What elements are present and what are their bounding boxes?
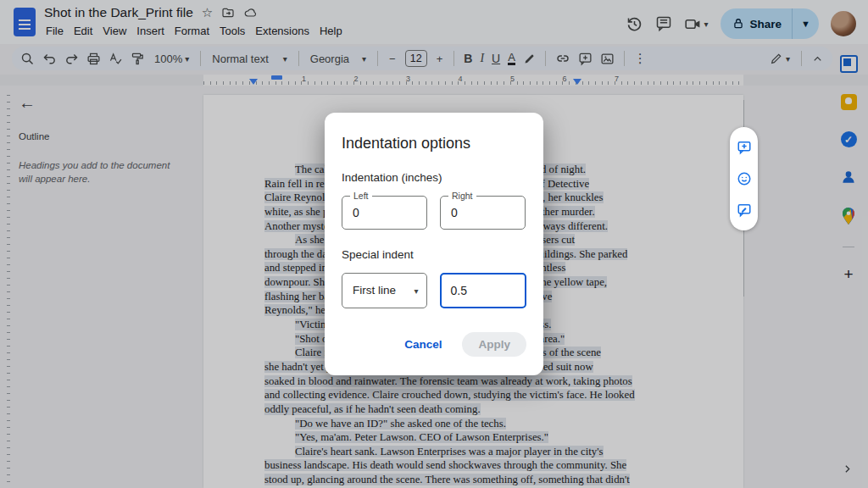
chevron-down-icon: ▾ — [414, 286, 418, 296]
dialog-title: Indentation options — [342, 135, 526, 152]
right-indent-field[interactable]: Right 0 — [440, 196, 526, 230]
floating-actions-pill — [730, 127, 758, 230]
left-field-value: 0 — [353, 206, 359, 219]
apply-button[interactable]: Apply — [462, 332, 526, 357]
special-indent-type-select[interactable]: First line ▾ — [342, 273, 427, 308]
special-indent-type-value: First line — [353, 284, 396, 297]
left-indent-field[interactable]: Left 0 — [342, 196, 427, 230]
right-field-value: 0 — [451, 206, 458, 219]
special-indent-amount-value: 0.5 — [451, 284, 467, 297]
cancel-button[interactable]: Cancel — [398, 333, 448, 356]
right-field-label: Right — [448, 191, 476, 201]
google-docs-window: Shot in the Dark_Print file ☆ File Edit … — [0, 0, 868, 488]
emoji-reaction-icon[interactable] — [737, 171, 752, 186]
left-field-label: Left — [350, 191, 372, 201]
add-comment-bubble-icon[interactable] — [737, 140, 752, 155]
indentation-options-dialog: Indentation options Indentation (inches)… — [325, 113, 543, 375]
indentation-section-label: Indentation (inches) — [342, 171, 526, 184]
suggest-edits-icon[interactable] — [737, 202, 752, 218]
special-indent-section-label: Special indent — [342, 248, 526, 261]
special-indent-amount-input[interactable]: 0.5 — [440, 273, 527, 308]
